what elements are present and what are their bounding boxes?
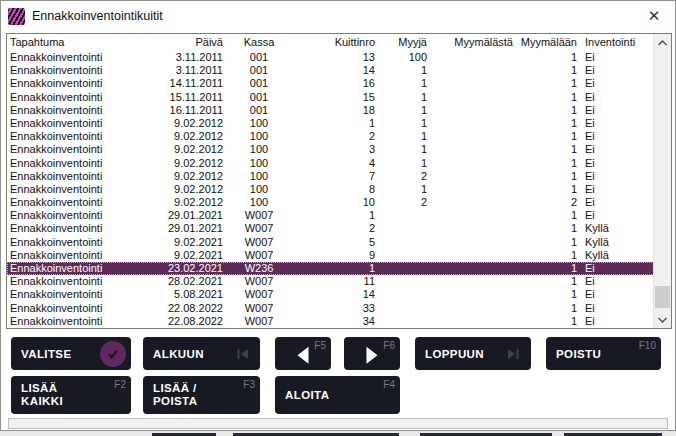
scroll-up-icon[interactable] xyxy=(654,34,671,51)
table-row[interactable]: Ennakkoinventointi 9.02.2012 100 7 2 1 E… xyxy=(7,170,654,183)
column-header-tapahtuma: Tapahtuma xyxy=(7,34,159,51)
app-window: Ennakkoinventointikuitit ✕ TapahtumaPäiv… xyxy=(0,0,676,431)
poistu-label: POISTU xyxy=(556,347,601,360)
lisaa-poista-button[interactable]: LISÄÄ / POISTA F3 xyxy=(143,376,260,414)
screen: Ennakkoinventointikuitit ✕ TapahtumaPäiv… xyxy=(0,0,676,436)
table-row[interactable]: Ennakkoinventointi 9.02.2012 100 1 1 1 E… xyxy=(7,117,654,130)
table-row[interactable]: Ennakkoinventointi 3.11.2011 001 14 1 1 … xyxy=(7,64,654,77)
table-row[interactable]: Ennakkoinventointi 9.02.2012 100 4 1 1 E… xyxy=(7,157,654,170)
column-header-inventointi: Inventointi xyxy=(583,34,654,51)
lisaa-kaikki-label: LISÄÄ KAIKKI xyxy=(21,382,63,408)
table-row[interactable]: Ennakkoinventointi 22.08.2022 W007 33 1 … xyxy=(7,302,654,315)
table-row[interactable]: Ennakkoinventointi 9.02.2021 W007 5 1 Ky… xyxy=(7,236,654,249)
column-header-paiva: Päivä xyxy=(159,34,225,51)
column-header-kassa: Kassa xyxy=(225,34,293,51)
table-header: TapahtumaPäiväKassaKuittinroMyyjäMyymälä… xyxy=(7,34,654,51)
table-row[interactable]: Ennakkoinventointi 15.11.2011 001 15 1 1… xyxy=(7,91,654,104)
background-window-sliver xyxy=(0,431,676,436)
fkey-label: F6 xyxy=(383,340,395,351)
arrow-right-icon xyxy=(366,346,379,363)
poistu-button[interactable]: POISTU F10 xyxy=(546,337,661,370)
arrow-left-icon xyxy=(297,346,310,363)
close-icon[interactable]: ✕ xyxy=(643,6,665,26)
skip-to-start-icon xyxy=(237,349,248,359)
table-row[interactable]: Ennakkoinventointi 9.02.2021 W007 9 1 Ky… xyxy=(7,249,654,262)
valitse-button[interactable]: VALITSE xyxy=(11,337,131,370)
fkey-label: F5 xyxy=(314,340,326,351)
table-row[interactable]: Ennakkoinventointi 3.11.2011 001 13 100 … xyxy=(7,51,654,64)
table-row[interactable]: Ennakkoinventointi 9.02.2012 100 10 2 2 … xyxy=(7,196,654,209)
table-row[interactable]: Ennakkoinventointi 14.11.2011 001 16 1 1… xyxy=(7,77,654,90)
previous-button[interactable]: F5 xyxy=(275,337,331,370)
table-row[interactable]: Ennakkoinventointi 29.01.2021 W007 2 1 K… xyxy=(7,222,654,235)
table-row[interactable]: Ennakkoinventointi 9.02.2012 100 3 1 1 E… xyxy=(7,143,654,156)
alkuun-button[interactable]: ALKUUN xyxy=(143,337,260,370)
table-body: Ennakkoinventointi 3.11.2011 001 13 100 … xyxy=(7,51,671,328)
status-bar xyxy=(8,418,668,429)
alkuun-label: ALKUUN xyxy=(153,347,204,360)
table-row[interactable]: Ennakkoinventointi 23.02.2021 W236 1 1 E… xyxy=(7,262,654,275)
lisaa-poista-label: LISÄÄ / POISTA xyxy=(153,382,197,408)
fkey-label: F10 xyxy=(639,340,656,351)
scrollbar-thumb[interactable] xyxy=(655,286,670,308)
fkey-label: F2 xyxy=(114,379,126,390)
fkey-label: F3 xyxy=(243,379,255,390)
scroll-down-icon[interactable] xyxy=(654,311,671,328)
table-row[interactable]: Ennakkoinventointi 9.02.2012 100 8 1 1 E… xyxy=(7,183,654,196)
window-title: Ennakkoinventointikuitit xyxy=(32,9,163,23)
column-header-myyja: Myyjä xyxy=(381,34,433,51)
loppuun-button[interactable]: LOPPUUN xyxy=(415,337,531,370)
column-header-myymalaan: Myymälään xyxy=(519,34,583,51)
skip-to-end-icon xyxy=(508,349,519,359)
app-icon xyxy=(8,8,25,25)
table-row[interactable]: Ennakkoinventointi 9.02.2012 100 2 1 1 E… xyxy=(7,130,654,143)
table-row[interactable]: Ennakkoinventointi 28.02.2021 W007 11 1 … xyxy=(7,275,654,288)
table-row[interactable]: Ennakkoinventointi 22.08.2022 W007 34 1 … xyxy=(7,315,654,328)
table-row[interactable]: Ennakkoinventointi 29.01.2021 W007 1 1 E… xyxy=(7,209,654,222)
loppuun-label: LOPPUUN xyxy=(425,347,484,360)
fkey-label: F4 xyxy=(383,379,395,390)
table-row[interactable]: Ennakkoinventointi 16.11.2011 001 18 1 1… xyxy=(7,104,654,117)
titlebar[interactable]: Ennakkoinventointikuitit ✕ xyxy=(1,1,675,31)
check-icon xyxy=(100,341,126,367)
next-button[interactable]: F6 xyxy=(344,337,400,370)
valitse-label: VALITSE xyxy=(21,347,72,360)
aloita-button[interactable]: ALOITA F4 xyxy=(275,376,400,414)
lisaa-kaikki-button[interactable]: LISÄÄ KAIKKI F2 xyxy=(11,376,131,414)
table-row[interactable]: Ennakkoinventointi 5.08.2021 W007 14 1 E… xyxy=(7,288,654,301)
column-header-kuittinro: Kuittinro xyxy=(293,34,381,51)
column-header-myymalasta: Myymälästä xyxy=(433,34,519,51)
aloita-label: ALOITA xyxy=(285,389,329,402)
vertical-scrollbar[interactable] xyxy=(653,34,671,328)
receipt-list: TapahtumaPäiväKassaKuittinroMyyjäMyymälä… xyxy=(6,33,672,329)
